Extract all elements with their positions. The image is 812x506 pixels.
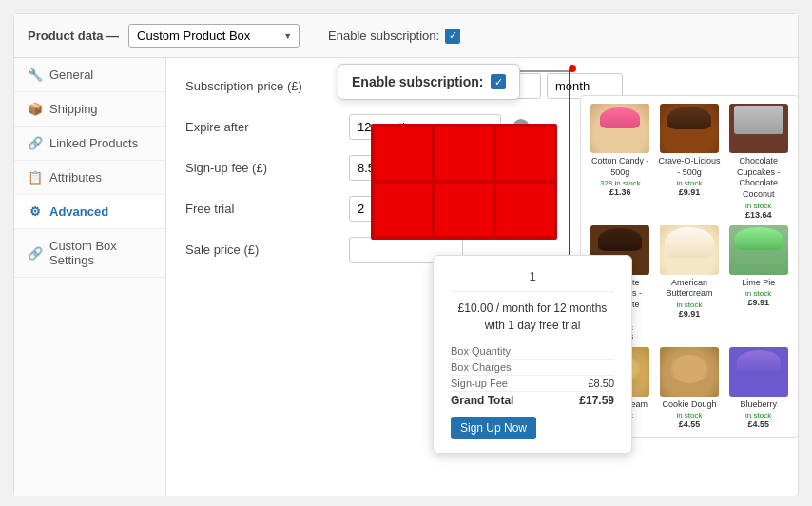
product-stock: in stock — [676, 179, 702, 187]
label-signup-fee: Sign-up fee (£) — [185, 161, 338, 175]
product-stock: in stock — [745, 411, 771, 419]
product-item[interactable]: Lime Pie in stock £9.91 — [726, 225, 790, 341]
sub-row-label-charges: Box Charges — [451, 361, 512, 373]
enable-sub-popup-label: Enable subscription: — [352, 74, 483, 89]
sidebar-label-shipping: Shipping — [49, 102, 98, 116]
red-cell-6 — [496, 184, 553, 236]
sidebar-label-attributes: Attributes — [49, 170, 102, 185]
sub-row-val-fee: £8.50 — [588, 378, 614, 389]
box-link-icon: 🔗 — [28, 246, 43, 261]
sidebar-item-advanced[interactable]: ⚙ Advanced — [14, 195, 165, 229]
product-name: Cookie Dough — [662, 399, 716, 411]
label-subscription-price: Subscription price (£) — [185, 79, 338, 93]
product-name: Lime Pie — [742, 278, 775, 289]
gear-icon: ⚙ — [28, 204, 43, 219]
sidebar-label-advanced: Advanced — [49, 204, 108, 219]
product-name: Cotton Candy - 500g — [589, 156, 652, 178]
product-image — [660, 225, 719, 275]
product-image — [660, 347, 719, 397]
sub-row-grand-total: Grand Total £17.59 — [451, 392, 614, 409]
sub-price-text: £10.00 / month for 12 months with 1 day … — [451, 300, 614, 334]
red-grid — [371, 124, 557, 240]
product-price: £9.91 — [679, 309, 701, 319]
product-stock: in stock — [745, 202, 771, 210]
red-cell-3 — [496, 127, 553, 180]
sign-up-button[interactable]: Sign Up Now — [451, 417, 536, 439]
product-image — [729, 225, 788, 275]
red-cell-2 — [435, 127, 493, 180]
sidebar-label-custom-box: Custom Box Settings — [49, 239, 152, 267]
product-stock: in stock — [676, 411, 702, 419]
product-name: Blueberry — [740, 399, 777, 411]
product-data-label: Product data — — [28, 29, 119, 43]
enable-subscription-area: Enable subscription: ✓ — [328, 29, 460, 44]
sub-row-box-charges: Box Charges — [451, 360, 614, 376]
product-price: £9.91 — [747, 298, 769, 307]
product-image — [729, 347, 788, 397]
product-item[interactable]: Cookie Dough in stock £4.55 — [658, 347, 722, 430]
sidebar-item-linked-products[interactable]: 🔗 Linked Products — [14, 126, 165, 161]
red-cell-4 — [375, 184, 432, 236]
product-price: £9.91 — [679, 187, 701, 197]
sub-row-label-qty: Box Quantity — [451, 345, 511, 357]
sidebar-label-general: General — [49, 68, 93, 82]
product-name: Chocolate Cupcakes - Chocolate Coconut — [726, 156, 790, 201]
sidebar-item-shipping[interactable]: 📦 Shipping — [14, 92, 165, 126]
product-price: £4.55 — [747, 419, 769, 429]
product-price: £4.55 — [679, 419, 701, 429]
list-icon: 📋 — [28, 170, 43, 185]
sidebar-item-custom-box[interactable]: 🔗 Custom Box Settings — [14, 229, 165, 278]
sub-row-box-quantity: Box Quantity — [451, 343, 614, 360]
label-sale-price: Sale price (£) — [185, 243, 338, 257]
sub-row-val-total: £17.59 — [579, 394, 614, 407]
sub-quantity: 1 — [451, 269, 614, 292]
product-name: Crave-O-Licious - 500g — [658, 156, 722, 178]
shipping-icon: 📦 — [28, 102, 43, 116]
red-cell-5 — [435, 184, 493, 236]
product-item[interactable]: Crave-O-Licious - 500g in stock £9.91 — [658, 104, 722, 220]
label-free-trial: Free trial — [185, 202, 338, 216]
product-item[interactable]: Blueberry in stock £4.55 — [726, 347, 790, 430]
product-stock: in stock — [745, 289, 771, 298]
enable-subscription-checkbox[interactable]: ✓ — [445, 29, 460, 44]
product-stock: in stock — [676, 301, 702, 309]
product-price: £1.36 — [609, 187, 631, 197]
sub-row-label-fee: Sign-up Fee — [451, 378, 508, 389]
product-item[interactable]: Cotton Candy - 500g 328 in stock £1.36 — [589, 104, 652, 220]
product-image — [660, 104, 719, 153]
enable-sub-label: Enable subscription: — [328, 29, 439, 43]
product-type-select[interactable]: Custom Product Box — [128, 24, 300, 48]
sidebar-item-general[interactable]: 🔧 General — [14, 58, 165, 92]
connector-vertical — [569, 70, 570, 257]
sidebar-label-linked: Linked Products — [49, 136, 138, 150]
product-image — [590, 104, 649, 153]
link-icon: 🔗 — [28, 136, 43, 150]
product-type-select-wrapper[interactable]: Custom Product Box — [128, 24, 300, 48]
sidebar: 🔧 General 📦 Shipping 🔗 Linked Products 📋… — [14, 58, 166, 496]
product-data-header: Product data — Custom Product Box Enable… — [14, 14, 798, 58]
sub-quantity-value: 1 — [529, 269, 535, 283]
product-image — [729, 104, 788, 153]
enable-sub-popup-checkbox[interactable]: ✓ — [491, 74, 506, 89]
wrench-icon: 🔧 — [28, 68, 43, 82]
sub-row-label-total: Grand Total — [451, 394, 513, 407]
sub-row-signup-fee: Sign-up Fee £8.50 — [451, 376, 614, 392]
product-item[interactable]: American Buttercream in stock £9.91 — [658, 225, 722, 341]
sidebar-item-attributes[interactable]: 📋 Attributes — [14, 161, 165, 195]
red-grid-container — [371, 124, 557, 240]
subscription-summary-popup: 1 £10.00 / month for 12 months with 1 da… — [433, 255, 632, 454]
connector-dot — [569, 65, 576, 72]
product-stock: 328 in stock — [600, 179, 641, 187]
product-name: American Buttercream — [658, 278, 722, 300]
enable-sub-popup: Enable subscription: ✓ — [338, 64, 520, 100]
sub-rows: Box Quantity Box Charges Sign-up Fee £8.… — [451, 343, 614, 409]
red-cell-1 — [375, 127, 432, 180]
label-expire: Expire after — [185, 120, 338, 134]
product-price: £13.64 — [745, 210, 772, 220]
product-item[interactable]: Chocolate Cupcakes - Chocolate Coconut i… — [726, 104, 790, 220]
